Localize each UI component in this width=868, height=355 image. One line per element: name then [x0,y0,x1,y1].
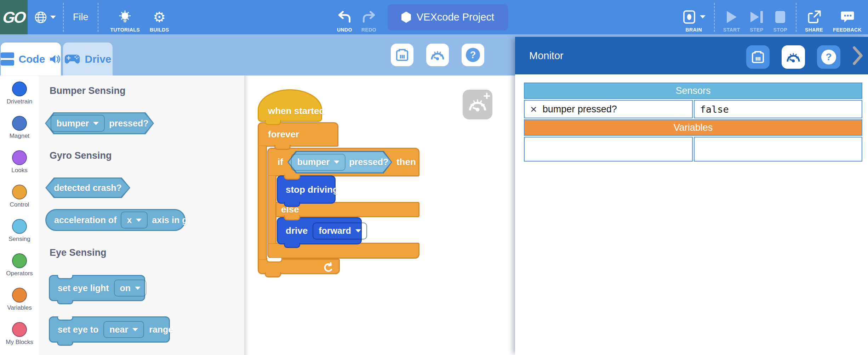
forever-close-bump [265,272,281,277]
forever-close-notch [266,258,282,263]
category-color-dot [12,81,27,96]
category-sensing[interactable]: Sensing [0,213,39,247]
chevron-down-icon [50,16,56,19]
lightbulb-icon [118,9,132,25]
category-color-dot [12,116,27,131]
speaker-icon[interactable] [49,54,61,64]
share-icon [807,9,821,25]
category-control[interactable]: Control [0,179,39,213]
block-acceleration-of-axis[interactable]: acceleration of x axis in g [45,209,185,231]
brain-button[interactable]: BRAIN [682,2,706,33]
monitor-body: Sensors × bumper pressed? false Variable… [515,74,868,355]
section-header-bumper-sensing: Bumper Sensing [50,85,126,96]
axis-select-dropdown[interactable]: x [121,212,148,229]
panel-monitor-button-active[interactable] [782,45,805,69]
forever-spine [258,146,267,259]
project-title: VEXcode Project [417,11,494,23]
category-drivetrain[interactable]: Drivetrain [0,75,39,110]
bumper-select-dropdown[interactable]: bumper [291,154,346,171]
project-title-button[interactable]: VEXcode Project [388,4,508,30]
chevron-down-icon [93,122,99,125]
block-bump [57,300,73,304]
category-color-dot [12,150,27,165]
logo-text: GO [2,9,26,26]
sensor-row-name[interactable]: × bumper pressed? [524,100,693,118]
tab-code[interactable]: Code [1,43,61,75]
start-button[interactable]: START [723,2,740,33]
undo-button[interactable]: UNDO [337,2,352,33]
block-bump [57,342,73,346]
language-menu[interactable] [34,11,56,24]
eye-range-dropdown[interactable]: near [103,321,144,338]
builds-button[interactable]: ⚙ BUILDS [150,2,169,33]
sensors-header: Sensors [524,83,862,99]
block-bumper-pressed-condition[interactable]: bumper pressed? [287,151,392,174]
block-forever[interactable]: forever [258,122,338,147]
monitor-watermark-icon[interactable]: + [463,90,492,119]
hat-bump [265,120,281,125]
panel-device-manager-button[interactable] [746,45,770,69]
feedback-chat-icon [840,9,855,25]
toolbar-divider [98,3,98,32]
toolbar-divider [63,3,64,32]
top-toolbar: GO File TUTORIALS ⚙ BUILDS UNDO REDO [0,0,868,34]
block-drive-forward[interactable]: drive forward [277,217,362,244]
chevron-down-icon [132,328,138,331]
bumper-select-dropdown[interactable]: bumper [51,115,105,132]
category-color-dot [12,185,27,199]
block-stop-driving[interactable]: stop driving [277,175,336,204]
play-icon [727,9,737,25]
tutorials-button[interactable]: TUTORIALS [110,2,140,33]
chevron-down-icon [355,229,361,232]
category-operators[interactable]: Operators [0,247,39,282]
category-looks[interactable]: Looks [0,144,39,179]
section-header-eye-sensing: Eye Sensing [50,247,107,258]
panel-help-button[interactable]: ? [817,45,840,69]
category-sidebar: Drivetrain Magnet Looks Control Sensing … [0,75,39,355]
category-magnet[interactable]: Magnet [0,110,39,144]
question-icon: ? [821,50,836,64]
block-if-then[interactable]: if bumper pressed? then [267,148,419,176]
gauge-icon [786,51,800,63]
monitor-toggle-button[interactable] [426,44,449,66]
forever-bump [274,145,291,150]
monitor-title: Monitor [529,50,564,62]
category-my-blocks[interactable]: My Blocks [0,316,39,350]
redo-button[interactable]: REDO [361,2,376,33]
code-canvas[interactable]: when started forever if bumper pressed? … [244,75,515,355]
block-notch [57,316,73,321]
share-button[interactable]: SHARE [805,2,823,33]
device-manager-button[interactable] [391,44,413,66]
loop-arrow-icon [323,262,334,273]
block-set-eye-range[interactable]: set eye to near range [49,316,170,343]
category-color-dot [12,219,27,234]
drive-direction-dropdown[interactable]: forward [313,222,367,240]
category-variables[interactable]: Variables [0,282,39,316]
monitor-header: Monitor ? [515,37,868,74]
if-inner-bump [284,175,300,180]
block-set-eye-light[interactable]: set eye light on [49,275,145,301]
step-button[interactable]: STEP [750,2,763,33]
feedback-button[interactable]: FEEDBACK [833,2,862,33]
category-color-dot [12,322,27,337]
block-notch [57,275,73,279]
globe-icon [34,11,47,24]
block-when-started[interactable]: when started [258,89,322,122]
vexcode-go-logo[interactable]: GO [0,0,28,34]
variables-header: Variables [524,119,862,136]
chevron-down-icon [136,219,142,222]
file-menu[interactable]: File [71,12,91,23]
category-color-dot [12,288,27,303]
collapse-panel-chevron-icon[interactable] [852,46,863,66]
tab-drive[interactable]: Drive [63,43,113,75]
redo-icon [362,9,376,25]
stop-button[interactable]: STOP [773,2,787,33]
eye-light-dropdown[interactable]: on [114,280,147,297]
block-bumper-pressed[interactable]: bumper pressed? [45,112,154,134]
block-detected-crash[interactable]: detected crash? [45,178,130,198]
remove-sensor-icon[interactable]: × [530,103,537,115]
help-button[interactable]: ? [462,44,484,66]
question-icon: ? [466,48,480,62]
brain-device-icon [752,50,764,64]
variables-empty-name-cell [524,137,693,162]
